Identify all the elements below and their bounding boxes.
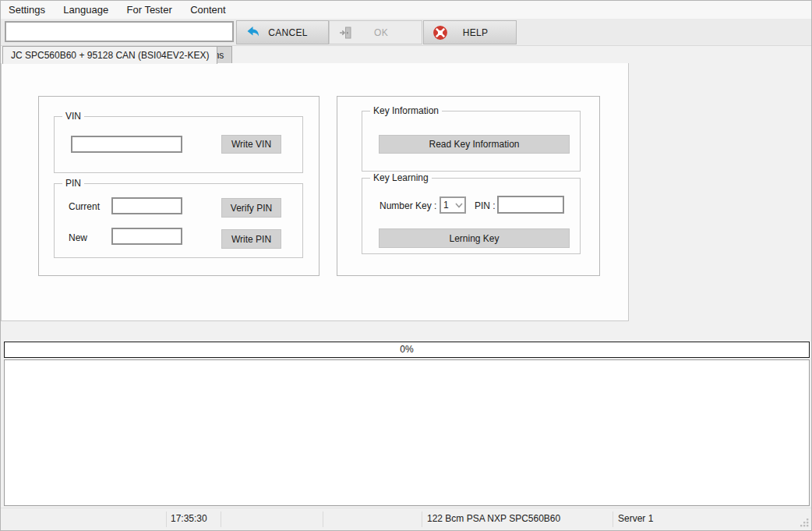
key-learning-pin-input[interactable]: [497, 196, 564, 214]
number-key-selected-value: 1: [441, 200, 454, 211]
new-pin-label: New: [69, 232, 87, 243]
status-separator: [613, 512, 613, 527]
number-key-label: Number Key :: [380, 200, 436, 211]
command-input[interactable]: [5, 21, 234, 42]
pin-fieldset: PIN Current Verify PIN New Write PIN: [54, 183, 303, 258]
menu-for-tester[interactable]: For Tester: [119, 1, 180, 19]
vin-input[interactable]: [71, 136, 182, 153]
progress-label: 0%: [5, 342, 809, 357]
number-key-select[interactable]: 1: [440, 196, 466, 214]
status-separator: [323, 512, 323, 527]
main-panel: VIN Write VIN PIN Current Verify PIN New…: [1, 63, 629, 321]
menu-content[interactable]: Content: [182, 1, 234, 19]
toolbar: CANCEL OK HELP: [1, 19, 811, 45]
lifebuoy-icon: [432, 25, 448, 41]
exit-door-icon: [338, 25, 354, 41]
ok-button[interactable]: OK: [329, 20, 422, 44]
menu-settings[interactable]: Settings: [1, 1, 53, 19]
progress-bar: 0%: [4, 342, 810, 358]
key-information-fieldset: Key Information Read Key Information: [362, 111, 581, 172]
status-separator: [422, 512, 422, 527]
menu-bar: Settings Language For Tester Content: [1, 1, 811, 19]
vin-legend: VIN: [62, 111, 84, 122]
write-pin-button[interactable]: Write PIN: [221, 229, 281, 249]
verify-pin-button[interactable]: Verify PIN: [221, 198, 281, 218]
status-separator: [221, 512, 221, 527]
write-vin-button[interactable]: Write VIN: [221, 135, 281, 154]
new-pin-input[interactable]: [111, 228, 182, 245]
undo-arrow-icon: [245, 25, 261, 41]
status-time: 17:35:30: [171, 508, 207, 529]
status-device: 122 Bcm PSA NXP SPC560B60: [427, 508, 560, 529]
key-information-legend: Key Information: [370, 105, 442, 116]
status-server: Server 1: [618, 508, 653, 529]
key-learning-fieldset: Key Learning Number Key : 1 PIN : Lernin…: [362, 178, 581, 254]
key-learning-legend: Key Learning: [370, 172, 432, 183]
key-learning-pin-label: PIN :: [475, 200, 496, 211]
pin-legend: PIN: [62, 178, 84, 189]
chevron-down-icon: [454, 200, 464, 210]
current-pin-input[interactable]: [111, 197, 182, 214]
resize-grip-icon[interactable]: [800, 518, 809, 527]
current-pin-label: Current: [69, 201, 100, 212]
help-button[interactable]: HELP: [423, 20, 517, 44]
cancel-button[interactable]: CANCEL: [236, 20, 329, 44]
vin-fieldset: VIN Write VIN: [54, 116, 303, 173]
status-bar: 17:35:30 122 Bcm PSA NXP SPC560B60 Serve…: [1, 508, 811, 529]
read-key-information-button[interactable]: Read Key Information: [379, 135, 570, 154]
tab-bar: JC SPC560B60 + 95128 CAN (BSI04EV2-KEX) …: [1, 45, 811, 63]
status-separator: [166, 512, 167, 527]
tab-device[interactable]: JC SPC560B60 + 95128 CAN (BSI04EV2-KEX): [2, 46, 217, 64]
learning-key-button[interactable]: Lerning Key: [379, 228, 570, 248]
menu-language[interactable]: Language: [55, 1, 116, 19]
app-window: Settings Language For Tester Content CAN…: [0, 0, 812, 531]
log-output-area: [4, 359, 810, 506]
